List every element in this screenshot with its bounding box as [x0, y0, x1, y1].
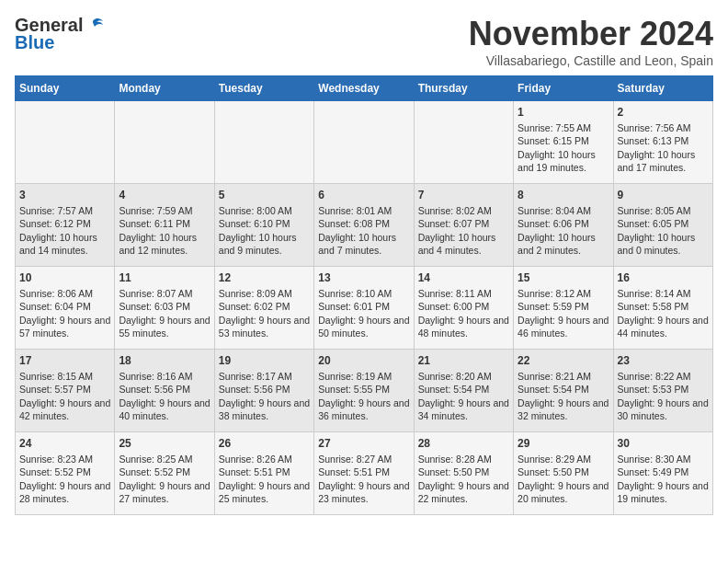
day-info: Sunrise: 7:56 AM Sunset: 6:13 PM Dayligh… — [618, 122, 699, 173]
day-info: Sunrise: 7:55 AM Sunset: 6:15 PM Dayligh… — [518, 122, 598, 173]
day-info: Sunrise: 8:01 AM Sunset: 6:08 PM Dayligh… — [318, 205, 399, 256]
col-header-wednesday: Wednesday — [314, 76, 414, 101]
calendar-cell: 24Sunrise: 8:23 AM Sunset: 5:52 PM Dayli… — [16, 432, 115, 515]
calendar-cell: 29Sunrise: 8:29 AM Sunset: 5:50 PM Dayli… — [514, 432, 613, 515]
calendar-cell: 17Sunrise: 8:15 AM Sunset: 5:57 PM Dayli… — [16, 350, 115, 432]
calendar-cell: 4Sunrise: 7:59 AM Sunset: 6:11 PM Daylig… — [115, 184, 214, 267]
day-number: 20 — [318, 353, 409, 368]
calendar-week-row: 10Sunrise: 8:06 AM Sunset: 6:04 PM Dayli… — [16, 267, 713, 350]
day-info: Sunrise: 8:15 AM Sunset: 5:57 PM Dayligh… — [19, 371, 113, 421]
calendar-cell: 27Sunrise: 8:27 AM Sunset: 5:51 PM Dayli… — [314, 432, 414, 515]
day-info: Sunrise: 7:59 AM Sunset: 6:11 PM Dayligh… — [119, 205, 199, 256]
day-number: 18 — [119, 353, 210, 368]
calendar-cell: 23Sunrise: 8:22 AM Sunset: 5:53 PM Dayli… — [613, 350, 712, 432]
day-number: 17 — [19, 353, 110, 368]
day-number: 27 — [318, 436, 409, 451]
calendar-cell — [214, 101, 313, 184]
day-number: 26 — [219, 436, 310, 451]
day-info: Sunrise: 8:17 AM Sunset: 5:56 PM Dayligh… — [219, 371, 313, 421]
day-number: 28 — [418, 436, 509, 451]
day-number: 14 — [418, 270, 509, 285]
day-info: Sunrise: 8:29 AM Sunset: 5:50 PM Dayligh… — [518, 454, 611, 504]
day-info: Sunrise: 8:02 AM Sunset: 6:07 PM Dayligh… — [418, 205, 499, 256]
col-header-tuesday: Tuesday — [214, 76, 313, 101]
day-number: 23 — [618, 353, 709, 368]
day-info: Sunrise: 8:00 AM Sunset: 6:10 PM Dayligh… — [219, 205, 300, 256]
calendar-week-row: 17Sunrise: 8:15 AM Sunset: 5:57 PM Dayli… — [16, 350, 713, 432]
day-info: Sunrise: 8:14 AM Sunset: 5:58 PM Dayligh… — [618, 288, 711, 339]
day-info: Sunrise: 8:10 AM Sunset: 6:01 PM Dayligh… — [318, 288, 412, 339]
calendar-cell: 18Sunrise: 8:16 AM Sunset: 5:56 PM Dayli… — [115, 350, 214, 432]
day-info: Sunrise: 8:25 AM Sunset: 5:52 PM Dayligh… — [119, 454, 212, 504]
day-info: Sunrise: 8:11 AM Sunset: 6:00 PM Dayligh… — [418, 288, 512, 339]
page-header: General Blue November 2024 Villasabarieg… — [15, 15, 713, 68]
day-number: 22 — [518, 353, 609, 368]
calendar-cell: 2Sunrise: 7:56 AM Sunset: 6:13 PM Daylig… — [613, 101, 712, 184]
day-number: 7 — [418, 188, 509, 202]
day-info: Sunrise: 8:23 AM Sunset: 5:52 PM Dayligh… — [19, 454, 113, 504]
day-number: 11 — [119, 270, 210, 285]
day-info: Sunrise: 8:07 AM Sunset: 6:03 PM Dayligh… — [119, 288, 212, 339]
col-header-monday: Monday — [115, 76, 214, 101]
calendar-cell: 26Sunrise: 8:26 AM Sunset: 5:51 PM Dayli… — [214, 432, 313, 515]
title-block: November 2024 Villasabariego, Castille a… — [469, 15, 713, 68]
calendar-cell: 21Sunrise: 8:20 AM Sunset: 5:54 PM Dayli… — [414, 350, 513, 432]
calendar-week-row: 24Sunrise: 8:23 AM Sunset: 5:52 PM Dayli… — [16, 432, 713, 515]
day-info: Sunrise: 8:06 AM Sunset: 6:04 PM Dayligh… — [19, 288, 113, 339]
calendar-cell: 25Sunrise: 8:25 AM Sunset: 5:52 PM Dayli… — [115, 432, 214, 515]
day-number: 16 — [618, 270, 709, 285]
month-title: November 2024 — [469, 15, 713, 53]
day-info: Sunrise: 7:57 AM Sunset: 6:12 PM Dayligh… — [19, 205, 100, 256]
calendar-cell: 13Sunrise: 8:10 AM Sunset: 6:01 PM Dayli… — [314, 267, 414, 350]
day-info: Sunrise: 8:09 AM Sunset: 6:02 PM Dayligh… — [219, 288, 313, 339]
day-info: Sunrise: 8:04 AM Sunset: 6:06 PM Dayligh… — [518, 205, 598, 256]
day-info: Sunrise: 8:05 AM Sunset: 6:05 PM Dayligh… — [618, 205, 699, 256]
day-info: Sunrise: 8:27 AM Sunset: 5:51 PM Dayligh… — [318, 454, 412, 504]
day-info: Sunrise: 8:19 AM Sunset: 5:55 PM Dayligh… — [318, 371, 412, 421]
day-info: Sunrise: 8:21 AM Sunset: 5:54 PM Dayligh… — [518, 371, 611, 421]
calendar-cell: 1Sunrise: 7:55 AM Sunset: 6:15 PM Daylig… — [514, 101, 613, 184]
calendar-cell: 9Sunrise: 8:05 AM Sunset: 6:05 PM Daylig… — [613, 184, 712, 267]
day-number: 6 — [318, 188, 409, 202]
calendar-cell: 14Sunrise: 8:11 AM Sunset: 6:00 PM Dayli… — [414, 267, 513, 350]
day-number: 4 — [119, 188, 210, 202]
calendar-header-row: SundayMondayTuesdayWednesdayThursdayFrid… — [16, 76, 713, 101]
logo: General Blue — [15, 15, 105, 53]
col-header-thursday: Thursday — [414, 76, 513, 101]
col-header-saturday: Saturday — [613, 76, 712, 101]
day-number: 9 — [618, 188, 709, 202]
day-number: 29 — [518, 436, 609, 451]
calendar-cell: 5Sunrise: 8:00 AM Sunset: 6:10 PM Daylig… — [214, 184, 313, 267]
day-info: Sunrise: 8:30 AM Sunset: 5:49 PM Dayligh… — [618, 454, 711, 504]
day-number: 13 — [318, 270, 409, 285]
day-number: 12 — [219, 270, 310, 285]
day-number: 2 — [618, 105, 709, 120]
calendar-cell: 12Sunrise: 8:09 AM Sunset: 6:02 PM Dayli… — [214, 267, 313, 350]
day-info: Sunrise: 8:16 AM Sunset: 5:56 PM Dayligh… — [119, 371, 212, 421]
day-info: Sunrise: 8:28 AM Sunset: 5:50 PM Dayligh… — [418, 454, 512, 504]
calendar-cell: 11Sunrise: 8:07 AM Sunset: 6:03 PM Dayli… — [115, 267, 214, 350]
day-info: Sunrise: 8:26 AM Sunset: 5:51 PM Dayligh… — [219, 454, 313, 504]
calendar-cell: 10Sunrise: 8:06 AM Sunset: 6:04 PM Dayli… — [16, 267, 115, 350]
day-number: 25 — [119, 436, 210, 451]
calendar-cell: 6Sunrise: 8:01 AM Sunset: 6:08 PM Daylig… — [314, 184, 414, 267]
calendar-week-row: 3Sunrise: 7:57 AM Sunset: 6:12 PM Daylig… — [16, 184, 713, 267]
calendar-table: SundayMondayTuesdayWednesdayThursdayFrid… — [15, 75, 713, 515]
calendar-cell: 8Sunrise: 8:04 AM Sunset: 6:06 PM Daylig… — [514, 184, 613, 267]
calendar-cell: 19Sunrise: 8:17 AM Sunset: 5:56 PM Dayli… — [214, 350, 313, 432]
calendar-cell: 7Sunrise: 8:02 AM Sunset: 6:07 PM Daylig… — [414, 184, 513, 267]
calendar-cell — [16, 101, 115, 184]
logo-blue: Blue — [15, 32, 54, 53]
col-header-sunday: Sunday — [16, 76, 115, 101]
day-number: 30 — [618, 436, 709, 451]
day-number: 15 — [518, 270, 609, 285]
logo-bird-icon — [85, 16, 105, 36]
day-number: 19 — [219, 353, 310, 368]
location-subtitle: Villasabariego, Castille and Leon, Spain — [469, 53, 713, 68]
day-info: Sunrise: 8:22 AM Sunset: 5:53 PM Dayligh… — [618, 371, 711, 421]
day-number: 1 — [518, 105, 609, 120]
day-number: 21 — [418, 353, 509, 368]
calendar-cell: 22Sunrise: 8:21 AM Sunset: 5:54 PM Dayli… — [514, 350, 613, 432]
calendar-cell: 15Sunrise: 8:12 AM Sunset: 5:59 PM Dayli… — [514, 267, 613, 350]
calendar-cell — [314, 101, 414, 184]
